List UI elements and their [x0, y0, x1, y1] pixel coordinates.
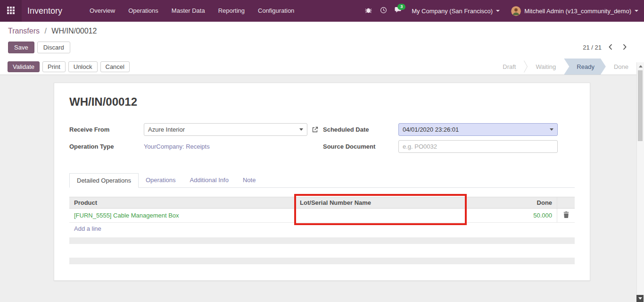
navbar-right: 3 My Company (San Francisco) Mitchell Ad…	[361, 0, 644, 22]
internal-link-icon[interactable]	[312, 126, 318, 133]
scroll-down-arrow-icon	[638, 297, 642, 300]
vertical-scrollbar[interactable]	[636, 62, 644, 302]
top-menu: Overview Operations Master Data Reportin…	[83, 0, 301, 22]
menu-configuration[interactable]: Configuration	[251, 0, 301, 22]
chevron-left-icon	[609, 44, 612, 51]
receive-from-value: Azure Interior	[148, 126, 185, 133]
form-sheet: WH/IN/00012 Receive From Azure Interior …	[54, 83, 590, 281]
form-fields: Receive From Azure Interior Operation Ty…	[69, 123, 575, 157]
receive-from-select[interactable]: Azure Interior	[144, 123, 307, 136]
scrollbar-thumb[interactable]	[638, 70, 643, 141]
menu-operations[interactable]: Operations	[122, 0, 165, 22]
company-menu-label: My Company (San Francisco)	[412, 8, 493, 15]
form-statusbar: Validate Print Unlock Cancel Draft Waiti…	[0, 59, 644, 75]
apps-grid-icon	[7, 7, 15, 16]
messages-button[interactable]: 3	[391, 0, 406, 22]
breadcrumb-current: WH/IN/00012	[51, 27, 97, 35]
scheduled-date-input[interactable]: 04/01/2020 23:26:01	[398, 123, 558, 136]
save-button[interactable]: Save	[8, 42, 34, 53]
source-document-label: Source Document	[311, 143, 398, 150]
scroll-down-button[interactable]	[636, 295, 644, 302]
tab-note[interactable]: Note	[236, 173, 263, 187]
scroll-up-button[interactable]	[637, 62, 644, 70]
chevron-down-icon	[550, 128, 553, 131]
chevron-separator-icon	[524, 60, 528, 73]
control-panel: Transfers / WH/IN/00012 Save Discard 21 …	[0, 22, 644, 59]
user-menu[interactable]: Mitchell Admin (v13_community_demo)	[505, 0, 644, 22]
done-cell[interactable]: 50.000	[465, 212, 557, 219]
chevron-down-icon	[635, 10, 638, 12]
company-menu[interactable]: My Company (San Francisco)	[406, 0, 505, 22]
delete-row-button[interactable]	[563, 211, 569, 219]
chevron-right-icon	[623, 44, 627, 51]
table-row: [FURN_5555] Cable Management Box 50.000	[69, 209, 575, 223]
form-view-area: WH/IN/00012 Receive From Azure Interior …	[0, 75, 644, 302]
menu-master-data[interactable]: Master Data	[165, 0, 212, 22]
empty-row-stripe	[69, 258, 575, 264]
print-button[interactable]: Print	[42, 61, 66, 72]
pager-previous-button[interactable]	[605, 43, 616, 52]
validate-button[interactable]: Validate	[8, 61, 40, 72]
add-line-row: Add a line	[69, 223, 575, 234]
tab-additional-info[interactable]: Additional Info	[183, 173, 236, 187]
pager-next-button[interactable]	[619, 43, 630, 52]
discard-button[interactable]: Discard	[37, 42, 70, 53]
scheduled-date-value: 04/01/2020 23:26:01	[403, 126, 459, 133]
status-pipeline: Draft Waiting Ready Done	[495, 59, 636, 75]
bug-icon	[365, 7, 372, 15]
header-actions	[557, 197, 575, 208]
user-avatar	[511, 6, 521, 16]
status-done[interactable]: Done	[606, 59, 636, 75]
chevron-down-icon	[496, 10, 500, 12]
scheduled-date-label-text: Scheduled Date	[323, 126, 369, 133]
apps-menu-button[interactable]	[0, 0, 22, 22]
receive-from-label: Receive From	[69, 126, 144, 133]
header-done: Done	[465, 197, 557, 208]
detailed-operations-table: Product Lot/Serial Number Name Done [FUR…	[69, 197, 575, 264]
operation-type-value[interactable]: YourCompany: Receipts	[144, 143, 210, 150]
header-product: Product	[69, 197, 295, 208]
status-ready[interactable]: Ready	[564, 59, 606, 75]
source-document-input[interactable]	[398, 140, 558, 153]
status-draft[interactable]: Draft	[495, 59, 524, 75]
messages-count-badge: 3	[397, 4, 405, 10]
record-title: WH/IN/00012	[69, 95, 575, 109]
debug-mode-button[interactable]	[361, 0, 376, 22]
unlock-button[interactable]: Unlock	[68, 61, 98, 72]
pager-value: 21 / 21	[583, 44, 602, 51]
top-navbar: Inventory Overview Operations Master Dat…	[0, 0, 644, 22]
tab-operations[interactable]: Operations	[139, 173, 183, 187]
trash-icon	[563, 211, 569, 219]
product-cell[interactable]: [FURN_5555] Cable Management Box	[69, 212, 295, 219]
tab-detailed-operations[interactable]: Detailed Operations	[69, 173, 139, 188]
breadcrumb: Transfers / WH/IN/00012	[8, 27, 636, 35]
menu-overview[interactable]: Overview	[83, 0, 122, 22]
breadcrumb-separator: /	[44, 27, 46, 35]
app-name[interactable]: Inventory	[27, 6, 62, 16]
operation-type-label: Operation Type	[69, 143, 144, 150]
header-lot-serial: Lot/Serial Number Name	[295, 197, 465, 208]
breadcrumb-transfers-link[interactable]: Transfers	[8, 27, 40, 35]
activities-button[interactable]	[376, 0, 391, 22]
notebook-tabs: Detailed Operations Operations Additiona…	[69, 173, 575, 188]
scheduled-date-label: Scheduled Date	[311, 126, 398, 133]
page: Inventory Overview Operations Master Dat…	[0, 0, 644, 302]
empty-row-stripe	[69, 237, 575, 244]
menu-reporting[interactable]: Reporting	[212, 0, 251, 22]
table-header-row: Product Lot/Serial Number Name Done	[69, 197, 575, 209]
scroll-up-arrow-icon	[639, 65, 643, 67]
user-menu-label: Mitchell Admin (v13_community_demo)	[524, 8, 631, 15]
status-waiting[interactable]: Waiting	[528, 59, 564, 75]
chevron-down-icon	[299, 128, 303, 131]
add-a-line-link[interactable]: Add a line	[69, 225, 106, 232]
clock-icon	[380, 7, 387, 15]
cancel-button[interactable]: Cancel	[100, 61, 130, 72]
